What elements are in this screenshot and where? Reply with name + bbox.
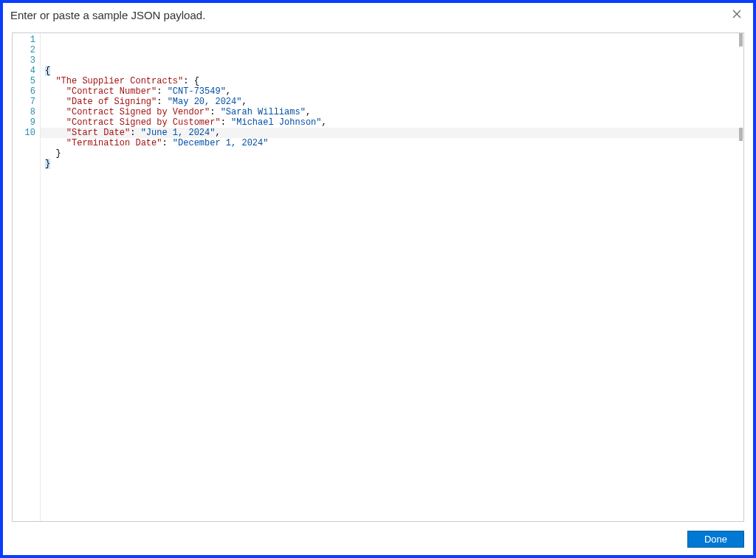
code-line: { [45,66,743,76]
code-line: "Termination Date": "December 1, 2024" [45,138,743,148]
line-number: 6 [13,86,35,97]
line-number: 8 [13,107,35,117]
line-number: 9 [13,117,35,128]
code-content: { "The Supplier Contracts": { "Contract … [45,66,743,169]
code-line: "The Supplier Contracts": { [45,76,743,86]
dialog-footer: Done [3,526,753,555]
line-number: 5 [13,76,35,86]
code-line: } [45,159,743,169]
close-button[interactable] [729,7,744,22]
dialog-header: Enter or paste a sample JSON payload. [3,3,753,28]
code-line: "Start Date": "June 1, 2024", [45,128,743,138]
code-line: } [45,148,743,159]
line-number: 3 [13,55,35,66]
code-line: "Contract Signed by Vendor": "Sarah Will… [45,107,743,117]
dialog-title: Enter or paste a sample JSON payload. [10,9,729,21]
line-number: 1 [13,35,35,45]
code-line: "Date of Signing": "May 20, 2024", [45,97,743,107]
done-button[interactable]: Done [687,531,744,548]
code-line: "Contract Number": "CNT-73549", [45,86,743,97]
code-area[interactable]: { "The Supplier Contracts": { "Contract … [41,33,743,521]
json-payload-dialog: Enter or paste a sample JSON payload. 12… [0,0,756,558]
line-number: 10 [13,128,35,138]
json-editor[interactable]: 12345678910 { "The Supplier Contracts": … [12,32,744,522]
close-icon [732,10,741,21]
scrollbar-thumb[interactable] [739,33,743,46]
line-number: 7 [13,97,35,107]
line-number: 2 [13,45,35,55]
code-line: "Contract Signed by Customer": "Michael … [45,117,743,128]
line-number-gutter: 12345678910 [13,33,41,521]
line-number: 4 [13,66,35,76]
